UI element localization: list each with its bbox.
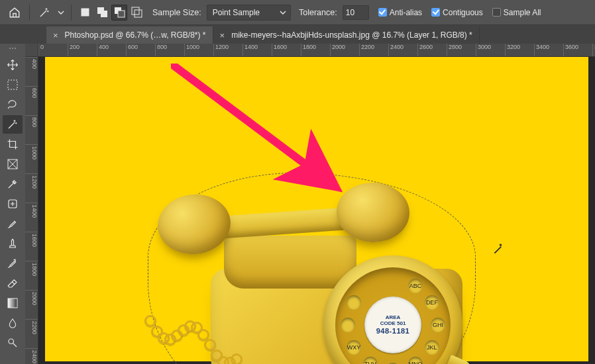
checkbox-icon — [378, 8, 387, 17]
document-tabs: × Phtoshop.psd @ 66.7% (…w, RGB/8*) * × … — [0, 25, 595, 44]
sample-all-checkbox[interactable]: Sample All — [492, 8, 541, 17]
svg-rect-10 — [8, 298, 17, 308]
svg-rect-4 — [118, 11, 125, 17]
selection-mode-group — [77, 5, 144, 21]
telephone-image: ABCDEFGHIJKLMNOPRSTUVWXY AREA CODE 501 9… — [158, 183, 502, 364]
divider — [71, 5, 72, 21]
history-brush-tool[interactable] — [3, 254, 23, 273]
anti-alias-label: Anti-alias — [390, 8, 422, 17]
svg-rect-5 — [132, 7, 139, 15]
brush-tool[interactable] — [3, 214, 23, 233]
sample-size-dropdown[interactable]: Point Sample — [207, 5, 291, 21]
dial-center-label: AREA CODE 501 948-1181 — [364, 296, 421, 353]
divider — [29, 5, 30, 21]
lasso-tool[interactable] — [3, 95, 23, 114]
sample-all-label: Sample All — [504, 8, 541, 17]
options-bar: Sample Size: Point Sample Tolerance: Ant… — [0, 0, 595, 25]
cursor-indicator — [492, 242, 506, 255]
contiguous-label: Contiguous — [443, 8, 483, 17]
ruler-vertical[interactable]: 4006008001000120014001600180020002200240… — [25, 57, 38, 364]
sample-size-label: Sample Size: — [152, 8, 201, 17]
anti-alias-checkbox[interactable]: Anti-alias — [378, 8, 422, 17]
close-icon[interactable]: × — [53, 30, 58, 40]
sample-size-value: Point Sample — [213, 8, 260, 17]
tool-preset-chevron[interactable] — [56, 3, 66, 22]
healing-brush-tool[interactable] — [3, 195, 23, 213]
document-tab[interactable]: × mike-meyers--haAxbjiHds-unsplash.jpg @… — [213, 26, 480, 44]
panel-grip[interactable] — [6, 48, 19, 52]
selection-subtract[interactable] — [111, 5, 127, 21]
selection-add[interactable] — [94, 5, 110, 21]
eraser-tool[interactable] — [3, 274, 23, 293]
crop-tool[interactable] — [3, 135, 23, 154]
document-canvas[interactable]: ABCDEFGHIJKLMNOPRSTUVWXY AREA CODE 501 9… — [45, 57, 588, 361]
tolerance-label: Tolerance: — [299, 8, 337, 17]
move-tool[interactable] — [3, 56, 23, 74]
checkbox-icon — [492, 8, 501, 17]
svg-rect-7 — [8, 80, 17, 89]
marquee-tool[interactable] — [3, 75, 23, 94]
close-icon[interactable]: × — [220, 30, 225, 40]
ruler-horizontal[interactable]: 0200400600800100012001400160018002000220… — [38, 44, 595, 57]
checkbox-icon — [431, 8, 440, 17]
gradient-tool[interactable] — [3, 294, 23, 312]
blur-tool[interactable] — [3, 314, 23, 332]
frame-tool[interactable] — [3, 155, 23, 173]
chevron-down-icon — [280, 9, 286, 16]
magic-wand-tool[interactable] — [3, 115, 23, 134]
eyedropper-tool[interactable] — [3, 175, 23, 193]
svg-point-11 — [9, 339, 14, 344]
tolerance-input[interactable] — [343, 5, 369, 20]
clone-stamp-tool[interactable] — [3, 234, 23, 253]
selection-intersect[interactable] — [129, 5, 144, 21]
tool-panel — [0, 44, 25, 364]
ruler-origin[interactable] — [25, 44, 38, 57]
selection-new[interactable] — [77, 5, 93, 21]
svg-rect-2 — [101, 11, 107, 17]
main-area: 0200400600800100012001400160018002000220… — [0, 44, 595, 364]
tab-label: Phtoshop.psd @ 66.7% (…w, RGB/8*) * — [65, 30, 206, 40]
tab-label: mike-meyers--haAxbjiHds-unsplash.jpg @ 1… — [231, 30, 472, 40]
canvas-area[interactable]: 0200400600800100012001400160018002000220… — [25, 44, 595, 364]
dodge-tool[interactable] — [3, 334, 23, 352]
svg-rect-0 — [81, 9, 89, 17]
contiguous-checkbox[interactable]: Contiguous — [431, 8, 483, 17]
magic-wand-icon[interactable] — [35, 3, 54, 22]
svg-rect-6 — [135, 10, 142, 17]
document-tab[interactable]: × Phtoshop.psd @ 66.7% (…w, RGB/8*) * — [46, 26, 213, 44]
home-button[interactable] — [5, 3, 24, 22]
